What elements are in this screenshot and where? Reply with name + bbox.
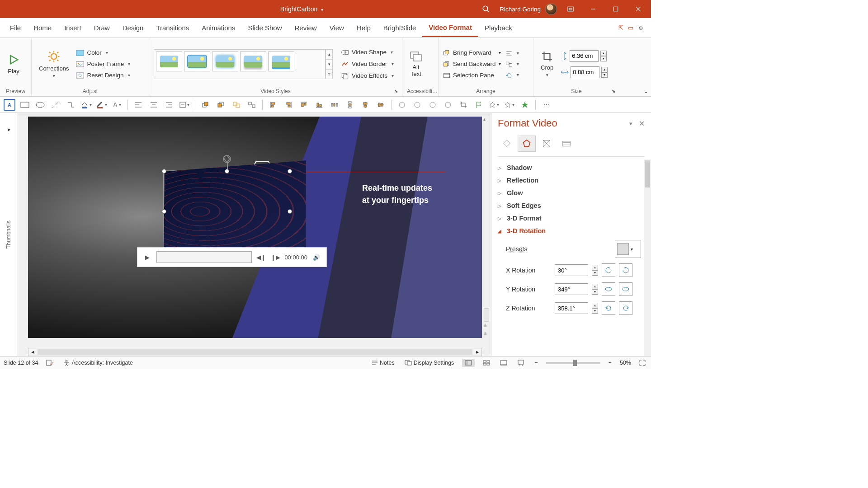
next-slide-btn[interactable]: ≚	[483, 332, 490, 338]
hscroll-left[interactable]: ◂	[28, 348, 37, 356]
user-avatar[interactable]	[545, 3, 557, 15]
z-rot-cw[interactable]	[619, 301, 632, 315]
style-preset-4[interactable]	[240, 52, 266, 71]
video-border-button[interactable]: Video Border	[341, 60, 394, 69]
gallery-more[interactable]: ▿	[326, 69, 333, 79]
qat-disth[interactable]	[329, 99, 340, 111]
pane-tab-size[interactable]	[538, 136, 556, 152]
thumbnails-panel-collapsed[interactable]: ▸ Thumbnails	[0, 113, 18, 356]
qat-star2[interactable]	[504, 99, 515, 111]
tab-draw[interactable]: Draw	[88, 19, 116, 36]
section-3dformat[interactable]: ▷3-D Format	[498, 212, 649, 225]
media-step-fwd[interactable]: ❙▶	[270, 252, 281, 263]
tab-animations[interactable]: Animations	[195, 19, 241, 36]
y-rot-right[interactable]	[619, 282, 632, 296]
resize-handle-w[interactable]	[162, 209, 166, 214]
height-input[interactable]	[570, 50, 599, 62]
rotation-handle[interactable]	[223, 155, 231, 163]
media-step-back[interactable]: ◀❙	[255, 252, 266, 263]
qat-circle4[interactable]	[442, 99, 454, 111]
play-button[interactable]: Play	[5, 52, 23, 76]
section-shadow[interactable]: ▷Shadow	[498, 161, 649, 174]
qat-align-left[interactable]	[132, 99, 144, 111]
user-name[interactable]: Richard Goring	[500, 6, 541, 13]
align-menu[interactable]	[505, 49, 519, 57]
selection-pane-button[interactable]: Selection Pane	[443, 71, 501, 80]
tab-insert[interactable]: Insert	[58, 19, 88, 36]
bring-forward-button[interactable]: Bring Forward▾	[443, 48, 501, 57]
qat-bringfront[interactable]	[200, 99, 212, 111]
notes-button[interactable]: Notes	[370, 360, 396, 366]
zoom-slider[interactable]	[546, 362, 600, 364]
width-down[interactable]: ▾	[601, 72, 608, 78]
crop-button[interactable]: Crop ▾	[538, 49, 556, 79]
video-effects-button[interactable]: Video Effects	[341, 71, 394, 80]
view-slideshow[interactable]	[515, 360, 526, 366]
tab-slideshow[interactable]: Slide Show	[241, 19, 288, 36]
pane-tab-effects[interactable]	[518, 136, 536, 152]
vscroll-thumb[interactable]	[484, 308, 489, 322]
qat-elbow[interactable]	[65, 99, 77, 111]
z-rotation-input[interactable]	[555, 302, 588, 314]
qat-rect[interactable]	[19, 99, 31, 111]
section-reflection[interactable]: ▷Reflection	[498, 174, 649, 187]
height-up[interactable]: ▴	[600, 51, 607, 56]
style-preset-2[interactable]	[184, 52, 210, 71]
width-input[interactable]	[571, 66, 599, 78]
qat-crop-icon[interactable]	[458, 99, 469, 111]
view-reading[interactable]	[498, 360, 509, 366]
qat-outline[interactable]	[96, 99, 108, 111]
vscroll-up[interactable]: ▴	[483, 117, 490, 123]
qat-ungroup[interactable]	[246, 99, 258, 111]
pane-scrollbar[interactable]	[644, 160, 651, 356]
resize-handle-ne[interactable]	[288, 169, 292, 174]
qat-centerh[interactable]	[359, 99, 371, 111]
styles-dialog-launcher[interactable]: ⬊	[394, 89, 401, 95]
accessibility-status[interactable]: Accessibility: Investigate	[61, 360, 134, 366]
pane-menu-icon[interactable]: ▾	[629, 120, 632, 127]
style-preset-5[interactable]	[268, 52, 294, 71]
slide-canvas[interactable]: Real-time updates at your fingertips ▶ ◀…	[18, 113, 491, 356]
qat-line[interactable]	[50, 99, 61, 111]
size-dialog-launcher[interactable]: ⬊	[612, 89, 618, 95]
pane-tab-video[interactable]	[557, 136, 576, 152]
tab-view[interactable]: View	[323, 19, 350, 36]
qat-align-center[interactable]	[148, 99, 160, 111]
qat-textbox[interactable]: A	[4, 99, 15, 111]
video-object[interactable]: ▶ ◀❙ ❙▶ 00:00.00 🔊	[164, 171, 290, 252]
comments-icon[interactable]: ▭	[628, 24, 633, 31]
qat-circle2[interactable]	[411, 99, 423, 111]
qat-circle3[interactable]	[427, 99, 439, 111]
rotate-menu[interactable]	[505, 71, 519, 79]
qat-alignbottom-obj[interactable]	[313, 99, 325, 111]
horizontal-scroll[interactable]: ◂ ▸	[28, 348, 482, 356]
hscroll-right[interactable]: ▸	[473, 348, 481, 356]
zoom-level[interactable]: 50%	[620, 360, 631, 366]
zoom-out[interactable]: −	[533, 360, 539, 366]
tab-home[interactable]: Home	[27, 19, 58, 36]
gallery-down[interactable]: ▾	[326, 59, 333, 69]
tab-design[interactable]: Design	[116, 19, 150, 36]
group-menu[interactable]	[505, 60, 519, 68]
pane-tab-fill[interactable]	[498, 136, 516, 152]
minimize-icon[interactable]	[584, 0, 602, 18]
view-normal[interactable]	[462, 359, 475, 367]
search-icon[interactable]	[477, 0, 495, 18]
collapse-ribbon-icon[interactable]: ⌄	[644, 88, 648, 94]
z-rot-ccw[interactable]	[602, 301, 615, 315]
corrections-button[interactable]: Corrections ▾	[36, 48, 71, 80]
tab-file[interactable]: File	[4, 19, 27, 36]
video-styles-gallery[interactable]	[154, 49, 326, 79]
tab-review[interactable]: Review	[288, 19, 323, 36]
share-icon[interactable]: ⇱	[618, 24, 623, 31]
hscroll-thumb[interactable]	[38, 349, 472, 355]
resize-handle-nw[interactable]	[162, 169, 166, 174]
tab-transitions[interactable]: Transitions	[150, 19, 195, 36]
send-backward-button[interactable]: Send Backward▾	[443, 60, 501, 68]
tab-video-format[interactable]: Video Format	[422, 19, 478, 37]
reset-design-button[interactable]: Reset Design	[76, 71, 130, 80]
media-volume[interactable]: 🔊	[311, 252, 322, 263]
y-rotation-input[interactable]	[555, 283, 588, 295]
ribbon-mode-icon[interactable]	[561, 0, 580, 18]
fit-to-window[interactable]	[637, 360, 647, 366]
